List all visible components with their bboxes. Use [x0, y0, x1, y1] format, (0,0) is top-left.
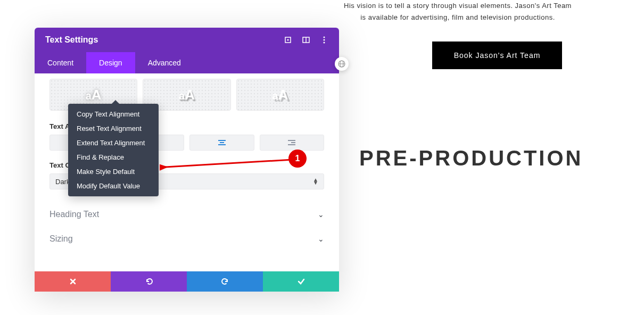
menu-copy-alignment[interactable]: Copy Text Alignment [68, 107, 159, 121]
menu-reset-alignment[interactable]: Reset Text Alignment [68, 121, 159, 136]
svg-point-1 [287, 39, 289, 41]
header-icon-group [284, 36, 328, 44]
menu-extend-alignment[interactable]: Extend Text Alignment [68, 136, 159, 150]
menu-modify-default[interactable]: Modify Default Value [68, 179, 159, 193]
svg-point-6 [324, 42, 325, 44]
annotation-badge-1: 1 [288, 150, 307, 168]
undo-icon [145, 277, 153, 286]
sidebar-toggle-icon[interactable] [302, 36, 310, 44]
cancel-button[interactable] [35, 271, 111, 292]
tab-advanced[interactable]: Advanced [135, 52, 194, 73]
globe-icon [337, 60, 346, 68]
kebab-menu-icon[interactable] [320, 36, 328, 44]
chevron-down-icon: ⌄ [318, 235, 324, 243]
shadow-glyph: aA [86, 87, 102, 103]
heading-text-section[interactable]: Heading Text ⌄ [49, 202, 324, 227]
shadow-glyph: aA [272, 87, 288, 103]
redo-icon [221, 277, 229, 286]
align-center-selected-button[interactable] [189, 135, 254, 151]
expand-icon[interactable] [284, 36, 292, 44]
page-description: His vision is to tell a story through vi… [303, 0, 612, 23]
alignment-context-menu: Copy Text Alignment Reset Text Alignment… [68, 104, 159, 196]
svg-line-12 [165, 160, 293, 167]
redo-button[interactable] [187, 271, 263, 292]
panel-footer [35, 271, 339, 292]
sizing-title: Sizing [49, 234, 73, 244]
save-button[interactable] [263, 271, 339, 292]
align-justify-icon [288, 140, 295, 145]
menu-make-default[interactable]: Make Style Default [68, 164, 159, 179]
globe-button[interactable] [335, 57, 349, 71]
chevron-down-icon: ⌄ [318, 210, 324, 219]
tab-design[interactable]: Design [86, 52, 135, 73]
desc-line-1: His vision is to tell a story through vi… [344, 2, 572, 10]
annotation-arrow [160, 155, 298, 171]
undo-button[interactable] [111, 271, 187, 292]
align-justify-button[interactable] [260, 135, 325, 151]
panel-title: Text Settings [45, 35, 98, 45]
svg-point-4 [324, 37, 325, 38]
panel-header: Text Settings [35, 28, 339, 52]
desc-line-2: is available for advertising, film and t… [360, 13, 555, 21]
panel-tabs: Content Design Advanced [35, 52, 339, 73]
preproduction-heading: PRE-PRODUCTION [359, 146, 583, 170]
tab-content[interactable]: Content [35, 52, 86, 73]
book-team-label: Book Jason's Art Team [454, 51, 541, 60]
badge-number: 1 [295, 154, 300, 163]
heading-text-title: Heading Text [49, 210, 99, 219]
sizing-section[interactable]: Sizing ⌄ [49, 227, 324, 251]
menu-find-replace[interactable]: Find & Replace [68, 150, 159, 164]
check-icon [297, 277, 306, 286]
shadow-option-3[interactable]: aA [236, 79, 324, 111]
select-updown-icon: ▲▼ [313, 178, 318, 185]
svg-point-5 [324, 39, 325, 41]
align-center-active-icon [218, 140, 226, 145]
close-icon [69, 277, 77, 286]
book-team-button[interactable]: Book Jason's Art Team [432, 42, 562, 69]
shadow-glyph: aA [179, 87, 195, 103]
